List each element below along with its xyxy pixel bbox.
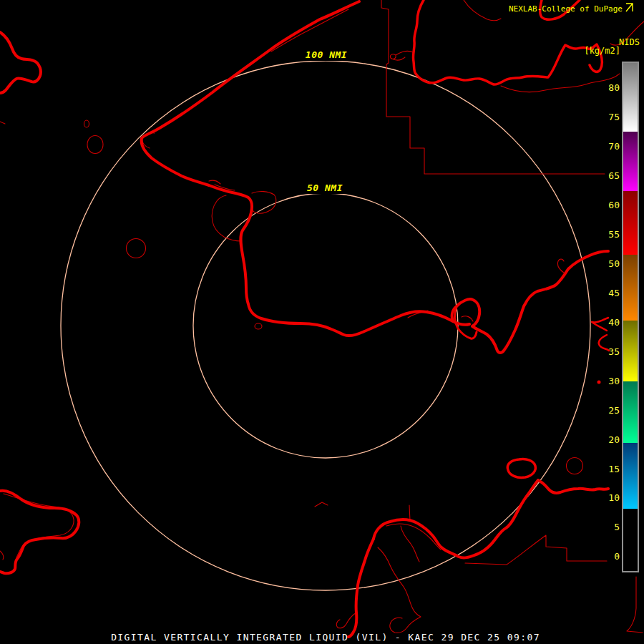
se-lake xyxy=(507,459,535,477)
colorbar-tick-label: 70 xyxy=(588,140,620,153)
brand: NEXLAB-College of DuPage xyxy=(509,3,633,15)
colorbar-segment xyxy=(623,381,638,444)
colorbar-segment xyxy=(623,63,638,132)
colorbar-tick-label: 25 xyxy=(588,404,620,417)
colorbar-title: NIDS xyxy=(619,37,640,47)
colorbar-tick-label: 60 xyxy=(588,199,620,212)
boundary-lines xyxy=(0,0,644,633)
colorbar-tick-label: 80 xyxy=(588,82,620,94)
colorbar-segment xyxy=(623,132,638,192)
small-lake xyxy=(567,458,583,474)
small-lake xyxy=(84,120,89,127)
colorbar-tick-label: 20 xyxy=(588,434,620,447)
brand-text: NEXLAB-College of DuPage xyxy=(509,4,623,14)
colorbar-tick-label: 45 xyxy=(588,287,620,300)
coastlines xyxy=(0,0,609,637)
sw-island xyxy=(0,491,79,574)
colorbar xyxy=(622,62,639,572)
colorbar-tick-label: 35 xyxy=(588,346,620,358)
dupage-flag-icon xyxy=(625,3,633,15)
colorbar-tick-label: 50 xyxy=(588,258,620,270)
colorbar-tick-label: 5 xyxy=(588,521,620,534)
colorbar-tick-label: 40 xyxy=(588,316,620,329)
colorbar-tick-label: 10 xyxy=(588,492,620,504)
colorbar-tick-label: 30 xyxy=(588,375,620,388)
colorbar-segments xyxy=(623,63,638,571)
colorbar-segment xyxy=(623,255,638,321)
colorbar-tick-label: 75 xyxy=(588,111,620,124)
colorbar-segment xyxy=(623,321,638,381)
colorbar-units: [kg/m2] xyxy=(584,46,620,56)
colorbar-tick-label: 15 xyxy=(588,463,620,476)
se-coastline xyxy=(538,480,608,493)
colorbar-segment xyxy=(623,443,638,509)
product-caption: DIGITAL VERTICALLY INTEGRATED LIQUID (VI… xyxy=(0,632,644,643)
colorbar-tick-label: 65 xyxy=(588,170,620,182)
ring-label-50nmi: 50 NMI xyxy=(300,182,350,194)
colorbar-segment xyxy=(623,191,638,254)
river-delta xyxy=(374,480,538,557)
colorbar-segment xyxy=(623,509,638,571)
ring-label-100nmi: 100 NMI xyxy=(296,49,356,61)
small-lake xyxy=(127,239,146,258)
radar-map[interactable] xyxy=(0,0,644,644)
nw-headland xyxy=(0,32,41,93)
small-lake xyxy=(87,136,103,154)
colorbar-tick-label: 55 xyxy=(588,228,620,241)
small-lake xyxy=(255,323,262,329)
colorbar-tick-label: 0 xyxy=(588,550,620,563)
